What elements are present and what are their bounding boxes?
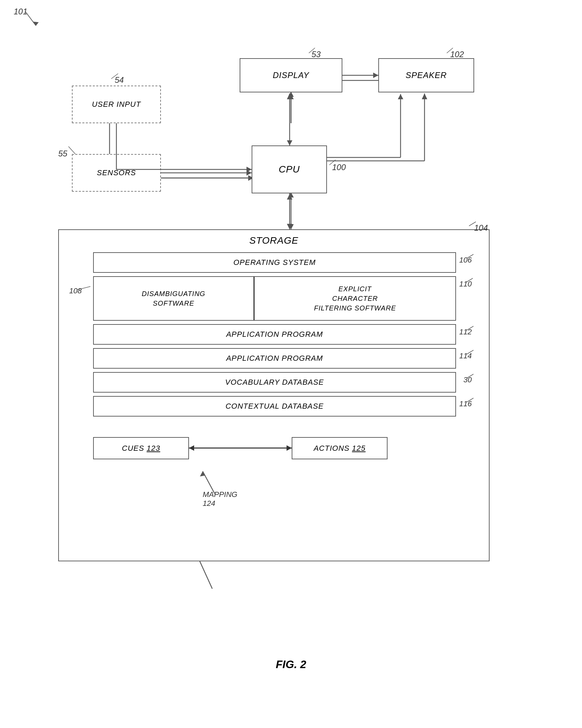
svg-line-30: [77, 286, 90, 290]
svg-marker-10: [288, 92, 294, 97]
svg-line-27: [68, 146, 75, 154]
mapping-arrow: [189, 468, 240, 495]
display-box: DISPLAY: [240, 58, 342, 92]
explicit-char-label: EXPLICIT CHARACTER FILTERING SOFTWARE: [314, 284, 396, 313]
svg-line-29: [467, 254, 473, 258]
app-program-1-label: APPLICATION PROGRAM: [226, 330, 323, 339]
contextual-db-label: CONTEXTUAL DATABASE: [226, 402, 324, 411]
cpu-box: CPU: [252, 145, 327, 193]
vocabulary-db-label: VOCABULARY DATABASE: [225, 378, 324, 387]
ref-108-line: [77, 285, 99, 293]
svg-marker-1: [33, 22, 39, 26]
ref-55-line: [62, 144, 82, 157]
fig-label: FIG. 2: [276, 658, 306, 671]
vocabulary-db-box: VOCABULARY DATABASE: [93, 372, 456, 393]
contextual-db-box: CONTEXTUAL DATABASE: [93, 396, 456, 417]
ref-110-line: [464, 277, 478, 284]
svg-marker-38: [287, 445, 292, 451]
user-input-box: USER INPUT: [72, 86, 161, 123]
app-program-2-box: APPLICATION PROGRAM: [93, 348, 456, 369]
ref-54-line: [108, 72, 122, 80]
display-label: DISPLAY: [273, 71, 309, 80]
storage-label: STORAGE: [249, 235, 298, 246]
sensors-label: SENSORS: [97, 168, 136, 177]
ref-112-line: [465, 325, 479, 332]
disambiguating-label: DISAMBIGUATING SOFTWARE: [142, 289, 205, 308]
svg-marker-51: [373, 73, 378, 78]
ref-101-arrow: [15, 9, 46, 33]
svg-marker-44: [246, 167, 252, 172]
svg-marker-57: [287, 194, 292, 200]
operating-system-box: OPERATING SYSTEM: [93, 252, 456, 273]
svg-marker-46: [246, 170, 252, 176]
svg-line-41: [469, 222, 476, 226]
svg-line-32: [467, 326, 473, 330]
svg-line-26: [447, 48, 453, 53]
app-program-2-label: APPLICATION PROGRAM: [226, 354, 323, 363]
ref-104-line: [467, 221, 481, 228]
svg-line-31: [466, 278, 473, 282]
svg-line-34: [467, 374, 473, 378]
ref-116-line: [465, 397, 479, 404]
svg-line-24: [111, 74, 118, 79]
svg-marker-8: [288, 94, 294, 99]
ref-30-line: [465, 373, 479, 380]
sensors-box: SENSORS: [72, 154, 161, 192]
cues-actions-arrow: [93, 435, 391, 463]
explicit-char-box: EXPLICIT CHARACTER FILTERING SOFTWARE: [254, 276, 456, 321]
storage-outer-box: STORAGE OPERATING SYSTEM 106 DISAMBIGUAT…: [58, 229, 490, 561]
disambiguating-box: DISAMBIGUATING SOFTWARE: [93, 276, 254, 321]
svg-marker-54: [422, 93, 427, 99]
svg-marker-56: [287, 224, 292, 229]
ref-114-line: [465, 349, 479, 356]
speaker-label: SPEAKER: [406, 71, 447, 80]
app-program-1-box: APPLICATION PROGRAM: [93, 324, 456, 345]
os-label: OPERATING SYSTEM: [233, 258, 316, 267]
svg-marker-13: [398, 94, 403, 99]
ref-53-line: [305, 46, 319, 55]
speaker-box: SPEAKER: [378, 58, 474, 92]
ref-100-line: [326, 158, 340, 167]
ref-106-line: [465, 253, 479, 260]
svg-marker-37: [189, 445, 194, 451]
cpu-label: CPU: [279, 164, 300, 175]
svg-marker-17: [288, 224, 294, 229]
svg-line-33: [467, 350, 473, 354]
svg-line-25: [309, 48, 315, 53]
svg-marker-48: [287, 93, 292, 99]
svg-line-35: [467, 398, 473, 402]
user-input-label: USER INPUT: [92, 100, 141, 109]
svg-line-28: [329, 160, 336, 165]
svg-marker-49: [287, 140, 292, 145]
ref-102-line: [443, 46, 457, 55]
